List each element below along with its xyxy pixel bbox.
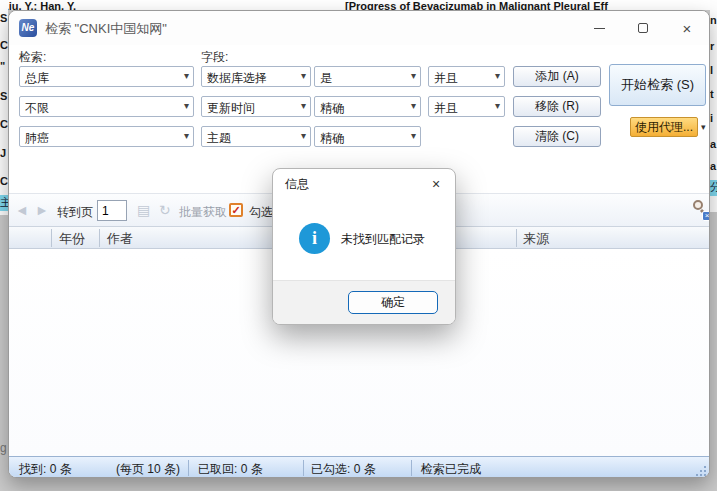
match-select-1[interactable]: 是 ▾ (314, 66, 421, 87)
background-letter: S (0, 12, 8, 24)
background-letter: t (710, 88, 717, 100)
batch-refresh-icon[interactable]: ↻ (159, 202, 171, 218)
ok-button[interactable]: 确定 (348, 291, 438, 314)
logic-select-2[interactable]: 并且 ▾ (428, 96, 505, 117)
get-page-icon[interactable]: ▤ (137, 202, 150, 218)
info-icon: i (299, 223, 330, 254)
chevron-down-icon: ▾ (301, 70, 306, 81)
background-letter: r (710, 40, 717, 52)
field-label: 字段: (201, 49, 228, 66)
info-dialog: 信息 × i 未找到匹配记录 确定 (272, 168, 456, 325)
dialog-footer: 确定 (273, 280, 455, 324)
title-bar: Ne 检索 "CNKI中国知网" × (9, 11, 709, 45)
proxy-dropdown-icon[interactable]: ▾ (701, 122, 706, 132)
search-label: 检索: (19, 49, 46, 66)
status-found: 找到: 0 条 (19, 461, 72, 478)
scope-select-2[interactable]: 不限 ▾ (19, 96, 194, 117)
chevron-down-icon: ▾ (495, 100, 500, 111)
prev-page-icon[interactable]: ◄ (15, 202, 29, 218)
dialog-message: 未找到匹配记录 (341, 231, 425, 248)
field-select-1[interactable]: 数据库选择 ▾ (201, 66, 311, 87)
remove-button[interactable]: 移除 (R) (513, 96, 601, 117)
goto-page-label: 转到页 (57, 204, 93, 221)
chevron-down-icon: ▾ (411, 100, 416, 111)
column-header-year[interactable]: 年份 (59, 230, 85, 248)
background-window-strip: Liu, Y.; Han, Y. [Progress of Bevacizuma… (0, 0, 717, 10)
background-letter: a (710, 160, 717, 172)
background-left-strip: S C " S C J C 主 (0, 0, 8, 215)
background-right-strip: n r l t i a a 分 (710, 0, 717, 212)
logic-select-1[interactable]: 并且 ▾ (428, 66, 505, 87)
background-letter: i (710, 112, 717, 124)
background-letter: l (710, 64, 717, 76)
add-button[interactable]: 添加 (A) (513, 66, 601, 87)
background-highlight: 主 (0, 195, 8, 211)
maximize-icon (638, 23, 648, 33)
field-select-2[interactable]: 更新时间 ▾ (201, 96, 311, 117)
window-title: 检索 "CNKI中国知网" (45, 20, 167, 38)
status-retrieved: 已取回: 0 条 (198, 461, 263, 478)
start-search-button[interactable]: 开始检索 (S) (609, 64, 706, 106)
batch-fetch-label[interactable]: 批量获取 (179, 204, 227, 221)
background-letter: J (0, 147, 8, 159)
check-select-icon[interactable]: ✓ (229, 203, 243, 217)
resize-grip[interactable] (696, 466, 706, 476)
chevron-down-icon: ▾ (301, 130, 306, 141)
background-text-fragment: Liu, Y.; Han, Y. (2, 0, 76, 10)
chevron-down-icon: ▾ (411, 130, 416, 141)
field-select-3[interactable]: 主题 ▾ (201, 126, 311, 147)
background-letter: C (0, 118, 8, 130)
chevron-down-icon: ▾ (495, 70, 500, 81)
background-letter: n (710, 14, 717, 26)
maximize-button[interactable] (621, 11, 665, 45)
status-checked: 已勾选: 0 条 (311, 461, 376, 478)
background-highlight: 分 (710, 180, 717, 196)
scope-select-3[interactable]: 肺癌 ▾ (19, 126, 194, 147)
dialog-close-button[interactable]: × (425, 173, 447, 195)
check-select-label[interactable]: 勾选 (249, 204, 273, 221)
status-per-page: (每页 10 条) (116, 461, 180, 478)
background-text-fragment: [Progress of Bevacizumab in Malignant Pl… (345, 0, 608, 10)
minimize-button[interactable] (577, 11, 621, 45)
background-letter: " (0, 60, 8, 72)
column-header-source[interactable]: 来源 (523, 230, 549, 248)
close-button[interactable]: × (665, 11, 709, 45)
next-page-icon[interactable]: ► (35, 202, 49, 218)
background-letter: g (0, 441, 7, 455)
window-controls: × (577, 11, 709, 45)
chevron-down-icon: ▾ (301, 100, 306, 111)
page-number-input[interactable] (97, 200, 127, 221)
chevron-down-icon: ▾ (411, 70, 416, 81)
background-letter: a (710, 138, 717, 150)
cancel-badge-icon: × (702, 211, 710, 221)
chevron-down-icon: ▾ (184, 100, 189, 111)
chevron-down-icon: ▾ (184, 130, 189, 141)
background-letter: C (0, 39, 8, 51)
clear-button[interactable]: 清除 (C) (513, 126, 601, 147)
column-header-author[interactable]: 作者 (107, 230, 133, 248)
dialog-title: 信息 (285, 176, 309, 193)
scope-select-1[interactable]: 总库 ▾ (19, 66, 194, 87)
status-bar: 找到: 0 条 (每页 10 条) 已取回: 0 条 已勾选: 0 条 检索已完… (9, 456, 709, 478)
stop-search-icon[interactable]: × (691, 200, 710, 219)
noteexpress-logo-icon: Ne (19, 19, 37, 37)
close-icon: × (683, 21, 692, 36)
minimize-icon (594, 28, 605, 29)
chevron-down-icon: ▾ (184, 70, 189, 81)
background-letter: C (0, 175, 8, 187)
status-state: 检索已完成 (421, 461, 481, 478)
use-proxy-button[interactable]: 使用代理... (630, 117, 698, 137)
match-select-2[interactable]: 精确 ▾ (314, 96, 421, 117)
match-select-3[interactable]: 精确 ▾ (314, 126, 421, 147)
background-letter: S (0, 90, 8, 102)
